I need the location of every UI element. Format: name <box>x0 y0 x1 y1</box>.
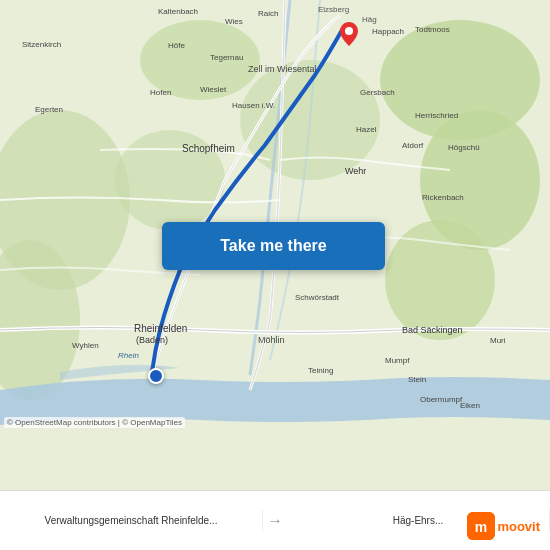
app: Kaltenbach Wies Raich Elzsberg Häg Todtm… <box>0 0 550 550</box>
place-mumpf: Mumpf <box>385 356 410 365</box>
place-tegernau: Tegernau <box>210 53 243 62</box>
place-wieslet: Wieslet <box>200 85 227 94</box>
place-wyhlen: Wyhlen <box>72 341 99 350</box>
arrow-separator: → <box>263 512 287 530</box>
svg-text:m: m <box>475 519 487 535</box>
place-hazel: Hazel <box>356 125 377 134</box>
svg-point-9 <box>345 27 353 35</box>
place-obermumpf: Obermumpf <box>420 395 463 404</box>
place-wies: Wies <box>225 17 243 26</box>
origin-label: Verwaltungsgemeinschaft Rheinfelde... <box>45 514 218 527</box>
place-hogsch: Högschü <box>448 143 480 152</box>
place-todtmoos: Todtmoos <box>415 25 450 34</box>
place-bad-sackingen: Bad Säckingen <box>402 325 463 335</box>
moovit-icon: m <box>467 512 495 540</box>
place-elzsberg: Elzsberg <box>318 5 349 14</box>
place-sitzenkirch: Sitzenkirch <box>22 40 61 49</box>
place-wehr: Wehr <box>345 166 366 176</box>
moovit-logo: m moovit <box>467 512 540 540</box>
place-teining: Teining <box>308 366 333 375</box>
place-rickenbach: Rickenbach <box>422 193 464 202</box>
map-container: Kaltenbach Wies Raich Elzsberg Häg Todtm… <box>0 0 550 490</box>
place-gersbach: Gersbach <box>360 88 395 97</box>
place-stein: Stein <box>408 375 426 384</box>
place-schworstadt: Schwörstadt <box>295 293 340 302</box>
destination-marker <box>340 22 358 46</box>
place-rheinfelden-sub: (Baden) <box>136 335 168 345</box>
place-egerten: Egerten <box>35 105 63 114</box>
destination-label: Häg-Ehrs... <box>393 514 444 527</box>
place-hofen: Hofen <box>150 88 171 97</box>
origin-section: Verwaltungsgemeinschaft Rheinfelde... <box>0 510 263 531</box>
place-rheinfelden: Rheinfelden <box>134 323 187 334</box>
place-muri: Muri <box>490 336 506 345</box>
place-hofe: Höfe <box>168 41 185 50</box>
place-raich: Raich <box>258 9 278 18</box>
place-zell: Zell im Wiesental <box>248 64 317 74</box>
map-attribution: © OpenStreetMap contributors | © OpenMap… <box>4 417 185 428</box>
place-kaltenbach: Kaltenbach <box>158 7 198 16</box>
bottom-bar: Verwaltungsgemeinschaft Rheinfelde... → … <box>0 490 550 550</box>
take-me-there-button[interactable]: Take me there <box>162 222 385 270</box>
origin-marker <box>148 368 164 384</box>
moovit-name: moovit <box>497 519 540 534</box>
place-schopfheim: Schopfheim <box>182 143 235 154</box>
place-hausen: Hausen i.W. <box>232 101 275 110</box>
place-happach: Happach <box>372 27 404 36</box>
place-hag: Häg <box>362 15 377 24</box>
place-herrischried: Herrischried <box>415 111 458 120</box>
place-atdorf: Atdorf <box>402 141 424 150</box>
place-eiken: Eiken <box>460 401 480 410</box>
place-rhein: Rhein <box>118 351 139 360</box>
place-mohlin: Möhlin <box>258 335 285 345</box>
